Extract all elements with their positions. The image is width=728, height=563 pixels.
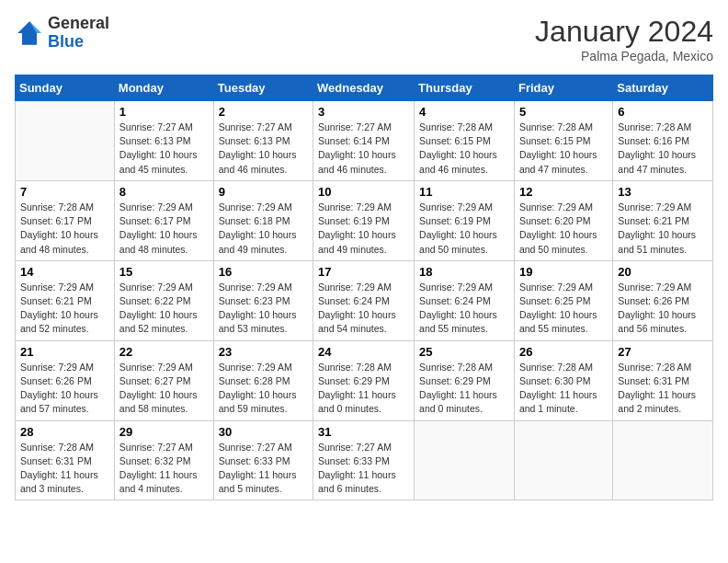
day-info: Sunrise: 7:28 AMSunset: 6:17 PMDaylight:… — [20, 201, 109, 257]
day-cell: 6Sunrise: 7:28 AMSunset: 6:16 PMDaylight… — [613, 101, 713, 181]
day-number: 22 — [119, 345, 209, 359]
day-info: Sunrise: 7:27 AMSunset: 6:33 PMDaylight:… — [219, 441, 308, 497]
day-info: Sunrise: 7:28 AMSunset: 6:29 PMDaylight:… — [419, 361, 509, 417]
day-info: Sunrise: 7:28 AMSunset: 6:31 PMDaylight:… — [618, 361, 708, 417]
day-cell: 28Sunrise: 7:28 AMSunset: 6:31 PMDayligh… — [16, 420, 115, 500]
day-cell — [514, 420, 612, 500]
header-monday: Monday — [114, 75, 213, 101]
day-cell: 18Sunrise: 7:29 AMSunset: 6:24 PMDayligh… — [415, 260, 515, 340]
day-cell: 5Sunrise: 7:28 AMSunset: 6:15 PMDaylight… — [514, 101, 612, 181]
day-info: Sunrise: 7:29 AMSunset: 6:18 PMDaylight:… — [219, 201, 308, 257]
day-info: Sunrise: 7:29 AMSunset: 6:26 PMDaylight:… — [20, 361, 109, 417]
day-number: 21 — [20, 345, 109, 359]
day-cell: 30Sunrise: 7:27 AMSunset: 6:33 PMDayligh… — [213, 420, 313, 500]
day-cell: 26Sunrise: 7:28 AMSunset: 6:30 PMDayligh… — [514, 340, 612, 420]
day-cell: 24Sunrise: 7:28 AMSunset: 6:29 PMDayligh… — [313, 340, 415, 420]
day-info: Sunrise: 7:29 AMSunset: 6:26 PMDaylight:… — [618, 281, 708, 337]
day-number: 24 — [318, 345, 409, 359]
calendar-header: SundayMondayTuesdayWednesdayThursdayFrid… — [16, 75, 713, 101]
day-cell: 7Sunrise: 7:28 AMSunset: 6:17 PMDaylight… — [16, 180, 115, 260]
day-info: Sunrise: 7:28 AMSunset: 6:29 PMDaylight:… — [318, 361, 409, 417]
day-number: 11 — [419, 185, 509, 199]
header-thursday: Thursday — [415, 75, 515, 101]
header-row: SundayMondayTuesdayWednesdayThursdayFrid… — [16, 75, 713, 101]
day-cell: 10Sunrise: 7:29 AMSunset: 6:19 PMDayligh… — [313, 180, 415, 260]
day-number: 20 — [618, 265, 708, 279]
header-saturday: Saturday — [613, 75, 713, 101]
day-cell: 11Sunrise: 7:29 AMSunset: 6:19 PMDayligh… — [415, 180, 515, 260]
day-number: 7 — [20, 185, 109, 199]
header-friday: Friday — [514, 75, 612, 101]
day-number: 14 — [20, 265, 109, 279]
day-number: 13 — [618, 185, 708, 199]
day-info: Sunrise: 7:27 AMSunset: 6:14 PMDaylight:… — [318, 121, 409, 177]
day-number: 5 — [519, 105, 608, 119]
month-year: January 2024 — [535, 15, 713, 49]
day-number: 23 — [219, 345, 308, 359]
day-number: 8 — [119, 185, 209, 199]
week-row-3: 14Sunrise: 7:29 AMSunset: 6:21 PMDayligh… — [16, 260, 713, 340]
day-cell — [415, 420, 515, 500]
week-row-1: 1Sunrise: 7:27 AMSunset: 6:13 PMDaylight… — [16, 101, 713, 181]
day-cell: 3Sunrise: 7:27 AMSunset: 6:14 PMDaylight… — [313, 101, 415, 181]
day-info: Sunrise: 7:29 AMSunset: 6:22 PMDaylight:… — [119, 281, 209, 337]
day-info: Sunrise: 7:29 AMSunset: 6:21 PMDaylight:… — [20, 281, 109, 337]
day-number: 15 — [119, 265, 209, 279]
day-cell: 21Sunrise: 7:29 AMSunset: 6:26 PMDayligh… — [16, 340, 115, 420]
day-number: 27 — [618, 345, 708, 359]
day-info: Sunrise: 7:29 AMSunset: 6:23 PMDaylight:… — [219, 281, 308, 337]
day-number: 9 — [219, 185, 308, 199]
day-cell: 22Sunrise: 7:29 AMSunset: 6:27 PMDayligh… — [114, 340, 213, 420]
day-cell: 8Sunrise: 7:29 AMSunset: 6:17 PMDaylight… — [114, 180, 213, 260]
day-number: 17 — [318, 265, 409, 279]
day-info: Sunrise: 7:27 AMSunset: 6:32 PMDaylight:… — [119, 441, 209, 497]
day-number: 12 — [519, 185, 608, 199]
day-number: 4 — [419, 105, 509, 119]
day-cell: 4Sunrise: 7:28 AMSunset: 6:15 PMDaylight… — [415, 101, 515, 181]
day-info: Sunrise: 7:28 AMSunset: 6:15 PMDaylight:… — [419, 121, 509, 177]
day-cell: 23Sunrise: 7:29 AMSunset: 6:28 PMDayligh… — [213, 340, 313, 420]
day-info: Sunrise: 7:29 AMSunset: 6:28 PMDaylight:… — [219, 361, 308, 417]
day-cell: 14Sunrise: 7:29 AMSunset: 6:21 PMDayligh… — [16, 260, 115, 340]
day-cell: 2Sunrise: 7:27 AMSunset: 6:13 PMDaylight… — [213, 101, 313, 181]
day-cell: 15Sunrise: 7:29 AMSunset: 6:22 PMDayligh… — [114, 260, 213, 340]
day-number: 25 — [419, 345, 509, 359]
header-sunday: Sunday — [16, 75, 115, 101]
day-info: Sunrise: 7:29 AMSunset: 6:27 PMDaylight:… — [119, 361, 209, 417]
day-info: Sunrise: 7:28 AMSunset: 6:30 PMDaylight:… — [519, 361, 608, 417]
week-row-5: 28Sunrise: 7:28 AMSunset: 6:31 PMDayligh… — [16, 420, 713, 500]
logo-text: General Blue — [48, 15, 109, 52]
day-number: 6 — [618, 105, 708, 119]
header-wednesday: Wednesday — [313, 75, 415, 101]
day-cell — [16, 101, 115, 181]
calendar-table: SundayMondayTuesdayWednesdayThursdayFrid… — [15, 75, 713, 500]
day-info: Sunrise: 7:27 AMSunset: 6:33 PMDaylight:… — [318, 441, 409, 497]
day-cell: 19Sunrise: 7:29 AMSunset: 6:25 PMDayligh… — [514, 260, 612, 340]
logo-blue: Blue — [48, 33, 109, 52]
day-cell: 17Sunrise: 7:29 AMSunset: 6:24 PMDayligh… — [313, 260, 415, 340]
day-cell: 16Sunrise: 7:29 AMSunset: 6:23 PMDayligh… — [213, 260, 313, 340]
calendar-body: 1Sunrise: 7:27 AMSunset: 6:13 PMDaylight… — [16, 101, 713, 500]
week-row-4: 21Sunrise: 7:29 AMSunset: 6:26 PMDayligh… — [16, 340, 713, 420]
day-number: 19 — [519, 265, 608, 279]
day-info: Sunrise: 7:29 AMSunset: 6:19 PMDaylight:… — [419, 201, 509, 257]
page-header: General Blue January 2024 Palma Pegada, … — [15, 15, 713, 63]
day-info: Sunrise: 7:27 AMSunset: 6:13 PMDaylight:… — [119, 121, 209, 177]
logo-icon — [15, 18, 44, 48]
day-cell: 27Sunrise: 7:28 AMSunset: 6:31 PMDayligh… — [613, 340, 713, 420]
day-info: Sunrise: 7:29 AMSunset: 6:24 PMDaylight:… — [318, 281, 409, 337]
location: Palma Pegada, Mexico — [535, 49, 713, 63]
day-number: 31 — [318, 425, 409, 439]
day-cell: 9Sunrise: 7:29 AMSunset: 6:18 PMDaylight… — [213, 180, 313, 260]
logo-general: General — [48, 15, 109, 33]
day-info: Sunrise: 7:29 AMSunset: 6:25 PMDaylight:… — [519, 281, 608, 337]
day-cell: 13Sunrise: 7:29 AMSunset: 6:21 PMDayligh… — [613, 180, 713, 260]
day-info: Sunrise: 7:29 AMSunset: 6:19 PMDaylight:… — [318, 201, 409, 257]
week-row-2: 7Sunrise: 7:28 AMSunset: 6:17 PMDaylight… — [16, 180, 713, 260]
day-cell: 1Sunrise: 7:27 AMSunset: 6:13 PMDaylight… — [114, 101, 213, 181]
day-info: Sunrise: 7:29 AMSunset: 6:21 PMDaylight:… — [618, 201, 708, 257]
day-number: 30 — [219, 425, 308, 439]
day-info: Sunrise: 7:27 AMSunset: 6:13 PMDaylight:… — [219, 121, 308, 177]
day-number: 29 — [119, 425, 209, 439]
day-number: 16 — [219, 265, 308, 279]
